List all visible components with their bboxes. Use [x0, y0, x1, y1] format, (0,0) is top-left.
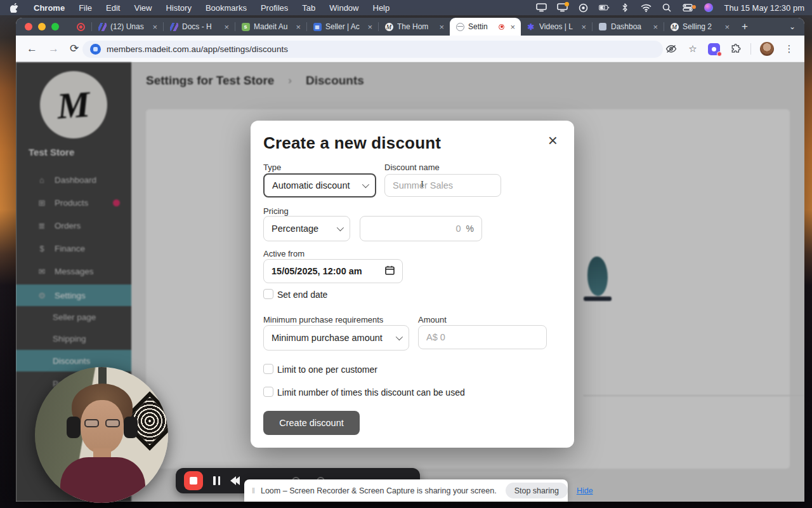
discount-name-label: Discount name — [384, 163, 440, 172]
drag-grip-icon[interactable]: ‖ — [252, 486, 256, 495]
screen-share-icon[interactable] — [557, 3, 568, 13]
loom-menubar-icon[interactable] — [578, 3, 589, 13]
menu-edit[interactable]: Edit — [106, 3, 120, 13]
pricing-value-input[interactable] — [368, 224, 461, 234]
tab-close-icon[interactable]: × — [651, 22, 660, 32]
browser-menu-icon[interactable]: ⋮ — [783, 43, 796, 55]
tab-close-icon[interactable]: × — [365, 22, 374, 32]
tab-recording-icon — [499, 24, 504, 30]
globe-icon — [455, 22, 464, 31]
active-from-date-input[interactable]: 15/05/2025, 12:00 am — [263, 259, 403, 283]
forward-button[interactable]: → — [48, 43, 59, 55]
shopify-icon: s — [241, 22, 250, 31]
modal-title: Create a new discount — [263, 133, 441, 153]
menu-file[interactable]: File — [79, 3, 92, 13]
rewind-button[interactable] — [230, 476, 240, 485]
extensions-puzzle-icon[interactable] — [729, 43, 742, 55]
pause-recording-button[interactable] — [213, 476, 220, 485]
password-eye-off-icon[interactable] — [665, 43, 678, 55]
tab-seller[interactable]: ▦ Seller | Ac × — [307, 18, 378, 36]
menu-view[interactable]: View — [134, 3, 152, 13]
tab-madeit[interactable]: s Madeit Au × — [235, 18, 306, 36]
discount-name-field-wrap — [384, 174, 501, 197]
tab-the-home[interactable]: M The Hom × — [379, 18, 450, 36]
pricing-label: Pricing — [263, 206, 289, 216]
limit-times-label: Limit number of times this discount can … — [277, 387, 465, 398]
tab-close-icon[interactable]: × — [437, 22, 446, 32]
tab-dashboard[interactable]: Dashboa × — [593, 18, 664, 36]
menu-history[interactable]: History — [166, 3, 191, 13]
madeit-m-icon: M — [384, 22, 393, 31]
site-info-icon[interactable] — [90, 44, 101, 55]
bookmark-star-icon[interactable]: ☆ — [686, 43, 699, 55]
headphones-icon — [67, 417, 81, 438]
spotlight-search-icon[interactable] — [662, 3, 672, 13]
profile-avatar[interactable] — [760, 42, 774, 56]
tab-selling[interactable]: M Selling 2 × — [664, 18, 735, 36]
battery-icon[interactable] — [599, 3, 610, 13]
type-select[interactable]: Automatic discount — [263, 173, 376, 197]
control-center-badge — [692, 5, 696, 9]
menubar-clock[interactable]: Thu 15 May 12:30 pm — [724, 3, 804, 13]
calendar-icon[interactable] — [385, 265, 395, 277]
amount-label: Amount — [418, 315, 447, 324]
hide-share-bar-link[interactable]: Hide — [577, 486, 593, 495]
recording-indicator-icon — [77, 23, 85, 31]
tab-close-icon[interactable]: × — [222, 22, 231, 32]
tab-docs[interactable]: Docs - H × — [164, 18, 235, 36]
stop-sharing-button[interactable]: Stop sharing — [506, 483, 568, 498]
create-discount-button[interactable]: Create discount — [263, 411, 360, 435]
tab-close-icon[interactable]: × — [150, 22, 159, 32]
loom-icon: ✱ — [527, 22, 535, 31]
min-purchase-select[interactable]: Minimum purchase amount — [263, 325, 409, 351]
close-window-button[interactable] — [25, 23, 32, 30]
tab-close-icon[interactable]: × — [579, 22, 588, 32]
create-discount-modal: Create a new discount × Type Automatic d… — [251, 121, 574, 448]
menu-bookmarks[interactable]: Bookmarks — [206, 3, 247, 13]
chevron-down-icon — [337, 224, 344, 231]
limit-times-checkbox[interactable] — [263, 387, 273, 397]
url-text: members.madeit.com.au/app/settings/disco… — [107, 44, 288, 54]
zoom-window-button[interactable] — [51, 23, 59, 30]
tab-unassigned[interactable]: (12) Unas × — [92, 18, 163, 36]
reload-button[interactable]: ⟳ — [70, 42, 79, 55]
tab-settings-active[interactable]: Settin × — [450, 18, 521, 36]
apple-icon[interactable] — [9, 3, 20, 13]
tab-search-chevron-icon[interactable]: ⌄ — [789, 22, 796, 31]
bluetooth-icon[interactable] — [620, 3, 631, 13]
stop-recording-button[interactable] — [184, 471, 203, 490]
discount-name-input[interactable] — [393, 180, 493, 190]
set-end-date-checkbox[interactable] — [263, 289, 273, 299]
loom-webcam-bubble[interactable] — [35, 367, 168, 503]
tab-close-icon[interactable]: × — [723, 22, 731, 32]
screen-share-active-badge — [565, 2, 569, 6]
glasses — [84, 419, 120, 428]
slack-style-icon — [98, 22, 107, 31]
menu-window[interactable]: Window — [329, 3, 358, 13]
close-icon[interactable]: × — [548, 132, 558, 149]
limit-one-checkbox[interactable] — [263, 364, 273, 374]
amount-input[interactable] — [426, 332, 539, 342]
wifi-icon[interactable] — [641, 3, 652, 13]
address-bar[interactable]: members.madeit.com.au/app/settings/disco… — [82, 41, 663, 58]
loom-extension-icon[interactable] — [708, 43, 720, 55]
tab-videos-loom[interactable]: ✱ Videos | L × — [521, 18, 592, 36]
pricing-type-select[interactable]: Percentage — [263, 216, 350, 241]
menu-tab[interactable]: Tab — [302, 3, 315, 13]
amount-field-wrap — [418, 325, 547, 349]
menu-chrome[interactable]: Chrome — [34, 3, 65, 13]
tab-close-icon[interactable]: × — [508, 22, 517, 32]
control-center-icon[interactable] — [683, 3, 693, 13]
share-message: Loom – Screen Recorder & Screen Capture … — [261, 486, 497, 495]
minimize-window-button[interactable] — [38, 23, 46, 30]
display-mirroring-icon[interactable] — [536, 3, 547, 13]
screen-share-notification-bar: ‖ Loom – Screen Recorder & Screen Captur… — [244, 479, 568, 502]
siri-icon[interactable] — [704, 3, 714, 13]
back-button[interactable]: ← — [27, 43, 37, 55]
limit-one-label: Limit to one per customer — [277, 364, 377, 375]
tab-close-icon[interactable]: × — [294, 22, 303, 32]
menu-profiles[interactable]: Profiles — [261, 3, 288, 13]
menu-help[interactable]: Help — [373, 3, 390, 13]
tab-strip: (12) Unas × Docs - H × s Madeit Au × ▦ S… — [16, 18, 804, 36]
new-tab-button[interactable]: + — [735, 20, 754, 33]
